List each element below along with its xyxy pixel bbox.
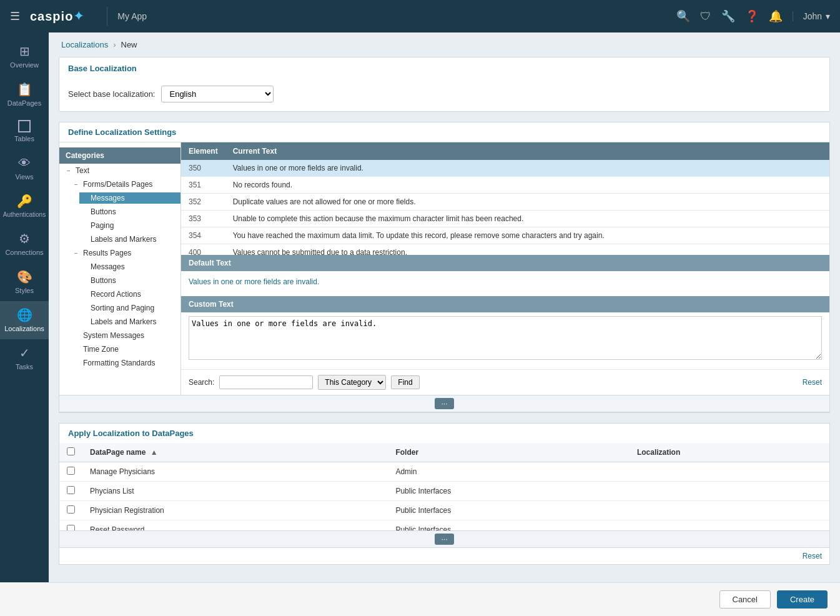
tree-label-messages2: Messages: [91, 262, 125, 271]
tree-node-results[interactable]: − Results Pages: [59, 246, 180, 260]
list-item[interactable]: Physician Registration Public Interfaces: [59, 501, 829, 520]
tree-label-paging: Paging: [91, 221, 114, 230]
tree-node-record-actions[interactable]: Record Actions: [59, 287, 180, 301]
tree-row-results[interactable]: − Results Pages: [72, 247, 180, 259]
tree-node-messages2[interactable]: Messages: [59, 260, 180, 274]
tree-row-record-actions[interactable]: Record Actions: [79, 289, 180, 300]
shield-icon[interactable]: 🛡: [700, 10, 711, 23]
row-checkbox[interactable]: [67, 467, 75, 475]
element-text: Duplicate values are not allowed for one…: [225, 194, 829, 211]
tree-row-formatting[interactable]: Formatting Standards: [72, 357, 180, 369]
sort-icon[interactable]: ▲: [151, 448, 158, 457]
wrench-icon[interactable]: 🔧: [721, 9, 735, 23]
breadcrumb-chevron: ›: [113, 40, 116, 49]
tree-node-paging[interactable]: Paging: [59, 219, 180, 232]
bell-icon[interactable]: 🔔: [769, 9, 783, 23]
datapages-scroll[interactable]: DataPage name ▲ Folder Localization Mana…: [59, 443, 829, 530]
table-row[interactable]: 354 You have reached the maximum data li…: [181, 227, 829, 244]
user-menu[interactable]: John ▾: [793, 11, 830, 21]
tree-row-buttons2[interactable]: Buttons: [79, 275, 180, 286]
tree-row-sorting[interactable]: Sorting and Paging: [79, 302, 180, 314]
sidebar-item-authentications[interactable]: 🔑 Authentications: [0, 187, 49, 225]
element-text: No records found.: [225, 177, 829, 194]
select-all-checkbox[interactable]: [67, 447, 75, 455]
tree-label-timezone: Time Zone: [83, 345, 119, 354]
row-check: [59, 501, 82, 520]
sidebar-item-datapages[interactable]: 📋 DataPages: [0, 76, 49, 114]
cancel-button[interactable]: Cancel: [719, 590, 771, 609]
reset-link[interactable]: Reset: [803, 378, 822, 387]
tree-node-forms[interactable]: − Forms/Details Pages: [59, 177, 180, 191]
row-name: Physician Registration: [82, 501, 388, 520]
define-title: Define Localization Settings: [59, 122, 829, 142]
custom-text-input[interactable]: Values in one or more fields are invalid…: [189, 316, 822, 360]
base-loc-label: Select base localization:: [68, 89, 155, 99]
list-item[interactable]: Reset Password Public Interfaces: [59, 520, 829, 531]
tree-label-system: System Messages: [83, 331, 144, 340]
tree-row-buttons[interactable]: Buttons: [79, 206, 180, 217]
sidebar-item-overview[interactable]: ⊞ Overview: [0, 37, 49, 76]
row-loc: [630, 462, 829, 482]
tree-node-text[interactable]: − Text: [59, 164, 180, 177]
list-item[interactable]: Manage Physicians Admin: [59, 462, 829, 482]
row-checkbox[interactable]: [67, 525, 75, 530]
tree-node-buttons[interactable]: Buttons: [59, 205, 180, 219]
tree-node-labels2[interactable]: Labels and Markers: [59, 315, 180, 329]
base-loc-select[interactable]: English French German Spanish: [161, 86, 274, 102]
datapages-expand-button[interactable]: ···: [435, 534, 453, 545]
sidebar-item-tables[interactable]: Tables: [0, 114, 49, 149]
tree-label-formatting: Formatting Standards: [83, 359, 155, 367]
table-row[interactable]: 350 Values in one or more fields are inv…: [181, 160, 829, 177]
find-button[interactable]: Find: [391, 375, 419, 389]
row-folder: Public Interfaces: [388, 501, 630, 520]
sidebar: ⊞ Overview 📋 DataPages Tables 👁 Views 🔑 …: [0, 32, 49, 582]
row-checkbox[interactable]: [67, 486, 75, 494]
element-table-scroll[interactable]: Element Current Text 350 Values in one o…: [181, 142, 829, 255]
tree-node-labels[interactable]: Labels and Markers: [59, 232, 180, 246]
tree-row-timezone[interactable]: Time Zone: [72, 344, 180, 355]
sidebar-item-connections[interactable]: ⚙ Connections: [0, 225, 49, 263]
footer-bar: Cancel Create: [0, 582, 840, 616]
tree-label-text: Text: [76, 166, 89, 175]
tree-row-labels2[interactable]: Labels and Markers: [79, 316, 180, 327]
search-category-select[interactable]: This Category All Categories: [318, 375, 386, 390]
tree-row-paging[interactable]: Paging: [79, 220, 180, 231]
sidebar-item-views[interactable]: 👁 Views: [0, 150, 49, 187]
sidebar-label-tasks: Tasks: [16, 363, 33, 371]
sidebar-item-tasks[interactable]: ✓ Tasks: [0, 339, 49, 377]
apply-title: Apply Localization to DataPages: [59, 424, 829, 443]
tree-node-formatting[interactable]: Formatting Standards: [59, 356, 180, 370]
list-item[interactable]: Phycians List Public Interfaces: [59, 482, 829, 501]
search-input[interactable]: [219, 375, 313, 389]
tree-row-labels[interactable]: Labels and Markers: [79, 234, 180, 245]
sidebar-item-localizations[interactable]: 🌐 Localizations: [0, 301, 49, 339]
tree-row-messages[interactable]: Messages: [79, 192, 180, 204]
tree-row-forms[interactable]: − Forms/Details Pages: [72, 179, 180, 190]
element-id: 353: [181, 211, 225, 227]
expand-button[interactable]: ···: [435, 398, 453, 409]
table-row[interactable]: 351 No records found.: [181, 177, 829, 194]
tree-node-messages[interactable]: Messages: [59, 191, 180, 205]
row-name: Phycians List: [82, 482, 388, 501]
search-icon[interactable]: 🔍: [676, 9, 690, 23]
sidebar-item-styles[interactable]: 🎨 Styles: [0, 263, 49, 301]
tree-node-buttons2[interactable]: Buttons: [59, 274, 180, 287]
create-button[interactable]: Create: [777, 590, 828, 609]
table-row[interactable]: 400 Values cannot be submitted due to a …: [181, 244, 829, 256]
table-row[interactable]: 352 Duplicate values are not allowed for…: [181, 194, 829, 211]
tree-row-system[interactable]: System Messages: [72, 330, 180, 341]
breadcrumb-current: New: [121, 40, 137, 49]
apply-reset-link[interactable]: Reset: [803, 552, 822, 560]
row-checkbox[interactable]: [67, 505, 75, 514]
tree-row-text[interactable]: − Text: [64, 165, 180, 176]
tree-row-messages2[interactable]: Messages: [79, 261, 180, 272]
auth-icon: 🔑: [17, 194, 32, 209]
tree-node-system[interactable]: System Messages: [59, 329, 180, 342]
sidebar-label-tables: Tables: [14, 135, 34, 143]
hamburger-menu[interactable]: ☰: [10, 9, 20, 23]
help-icon[interactable]: ❓: [745, 9, 759, 23]
tree-node-sorting[interactable]: Sorting and Paging: [59, 301, 180, 315]
breadcrumb-parent[interactable]: Localizations: [61, 40, 108, 49]
table-row[interactable]: 353 Unable to complete this action becau…: [181, 211, 829, 227]
tree-node-timezone[interactable]: Time Zone: [59, 342, 180, 356]
